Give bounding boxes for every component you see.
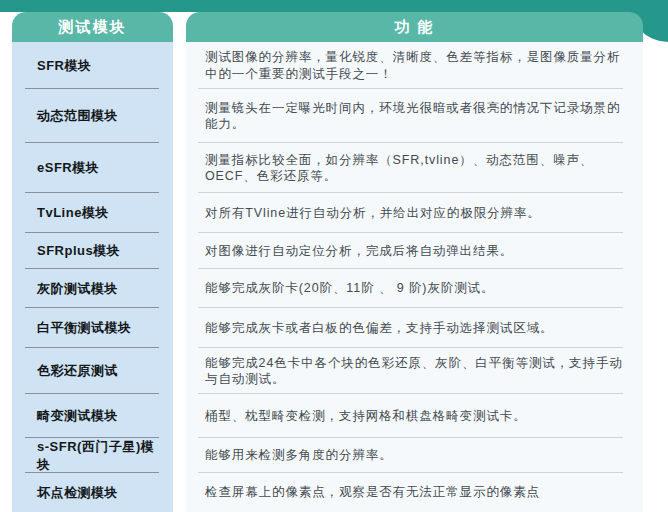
function-text: 能够完成灰阶卡(20阶、11阶 、 9 阶)灰阶测试。: [205, 280, 494, 297]
functions-column: 功 能 测试图像的分辨率，量化锐度、清晰度、色差等指标，是图像质量分析中的一个重…: [186, 12, 643, 512]
function-text: 对图像进行自动定位分析，完成后将自动弹出结果。: [205, 243, 513, 260]
module-label: s-SFR(西门子星)模块: [37, 438, 167, 474]
function-text: 能够用来检测多角度的分辨率。: [205, 447, 393, 464]
function-text: 测量指标比较全面，如分辨率（SFR,tvline）、动态范围、噪声、OECF、色…: [205, 152, 625, 185]
function-cell: 测量镜头在一定曝光时间内，环境光很暗或者很亮的情况下记录场景的能力。: [186, 89, 643, 143]
function-cell: 能够完成24色卡中各个块的色彩还原、灰阶、白平衡等测试，支持手动与自动测试。: [186, 348, 643, 394]
function-text: 检查屏幕上的像素点，观察是否有无法正常显示的像素点: [205, 484, 540, 501]
modules-header: 测试模块: [12, 12, 173, 42]
page: 测试模块 SFR模块 动态范围模块 eSFR模块 TvLine模块 SFRplu…: [0, 0, 668, 512]
module-label: 坏点检测模块: [37, 484, 118, 502]
function-text: 对所有TVline进行自动分析，并给出对应的极限分辨率。: [205, 205, 541, 222]
module-label: 畸变测试模块: [37, 407, 118, 425]
function-text: 测量镜头在一定曝光时间内，环境光很暗或者很亮的情况下记录场景的能力。: [205, 100, 625, 133]
function-cell: 测试图像的分辨率，量化锐度、清晰度、色差等指标，是图像质量分析中的一个重要的测试…: [186, 42, 643, 89]
function-text: 桶型、枕型畸变检测，支持网格和棋盘格畸变测试卡。: [205, 408, 527, 425]
module-cell: s-SFR(西门子星)模块: [12, 438, 173, 473]
modules-list: SFR模块 动态范围模块 eSFR模块 TvLine模块 SFRplus模块 灰…: [12, 42, 173, 512]
module-cell: TvLine模块: [12, 193, 173, 233]
functions-list: 测试图像的分辨率，量化锐度、清晰度、色差等指标，是图像质量分析中的一个重要的测试…: [186, 42, 643, 512]
module-cell: SFRplus模块: [12, 233, 173, 269]
function-cell: 对所有TVline进行自动分析，并给出对应的极限分辨率。: [186, 193, 643, 233]
function-text: 测试图像的分辨率，量化锐度、清晰度、色差等指标，是图像质量分析中的一个重要的测试…: [205, 49, 625, 82]
modules-column: 测试模块 SFR模块 动态范围模块 eSFR模块 TvLine模块 SFRplu…: [12, 12, 173, 512]
module-cell: 畸变测试模块: [12, 394, 173, 438]
module-cell: SFR模块: [12, 42, 173, 89]
module-label: 灰阶测试模块: [37, 280, 118, 298]
module-label: SFRplus模块: [37, 242, 120, 260]
functions-header: 功 能: [186, 12, 643, 42]
function-text: 能够完成24色卡中各个块的色彩还原、灰阶、白平衡等测试，支持手动与自动测试。: [205, 355, 625, 388]
function-cell: 测量指标比较全面，如分辨率（SFR,tvline）、动态范围、噪声、OECF、色…: [186, 143, 643, 193]
module-cell: 色彩还原测试: [12, 348, 173, 394]
module-label: 动态范围模块: [37, 107, 118, 125]
module-label: SFR模块: [37, 57, 92, 75]
function-cell: 对图像进行自动定位分析，完成后将自动弹出结果。: [186, 233, 643, 269]
module-label: TvLine模块: [37, 204, 109, 222]
module-cell: 动态范围模块: [12, 89, 173, 143]
module-cell: 灰阶测试模块: [12, 269, 173, 308]
function-cell: 检查屏幕上的像素点，观察是否有无法正常显示的像素点: [186, 473, 643, 512]
top-accent-band: [0, 0, 668, 12]
module-label: eSFR模块: [37, 159, 99, 177]
function-cell: 能够完成灰阶卡(20阶、11阶 、 9 阶)灰阶测试。: [186, 269, 643, 308]
module-cell: 白平衡测试模块: [12, 308, 173, 348]
function-text: 能够完成灰卡或者白板的色偏差，支持手动选择测试区域。: [205, 320, 553, 337]
module-cell: 坏点检测模块: [12, 473, 173, 512]
module-label: 白平衡测试模块: [37, 319, 132, 337]
function-cell: 能够完成灰卡或者白板的色偏差，支持手动选择测试区域。: [186, 308, 643, 348]
function-cell: 能够用来检测多角度的分辨率。: [186, 438, 643, 473]
module-label: 色彩还原测试: [37, 362, 118, 380]
module-cell: eSFR模块: [12, 143, 173, 193]
function-cell: 桶型、枕型畸变检测，支持网格和棋盘格畸变测试卡。: [186, 394, 643, 438]
